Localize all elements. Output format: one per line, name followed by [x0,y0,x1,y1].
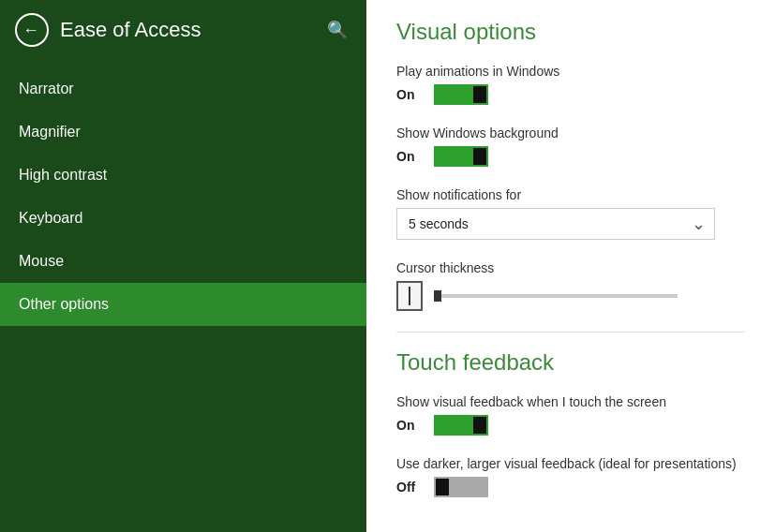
sidebar-item-mouse[interactable]: Mouse [0,240,366,283]
cursor-thickness-label: Cursor thickness [396,260,745,275]
show-feedback-state: On [396,418,423,433]
use-darker-group: Use darker, larger visual feedback (idea… [396,456,745,497]
sidebar: ← Ease of Access 🔍 NarratorMagnifierHigh… [0,0,366,532]
sidebar-title: Ease of Access [60,18,312,42]
show-background-state: On [396,149,423,164]
search-button[interactable]: 🔍 [323,16,351,44]
use-darker-label: Use darker, larger visual feedback (idea… [396,456,745,471]
show-feedback-group: Show visual feedback when I touch the sc… [396,394,745,436]
sidebar-item-high-contrast[interactable]: High contrast [0,154,366,197]
main-content: Visual options Play animations in Window… [366,0,775,532]
show-feedback-toggle[interactable] [434,415,488,436]
touch-feedback-title: Touch feedback [396,349,745,376]
play-animations-toggle-row: On [396,84,745,105]
show-feedback-label: Show visual feedback when I touch the sc… [396,394,745,409]
play-animations-toggle[interactable] [434,84,488,105]
sidebar-item-keyboard[interactable]: Keyboard [0,197,366,240]
notifications-dropdown[interactable]: 5 seconds 7 seconds 15 seconds 30 second… [396,208,715,240]
play-animations-label: Play animations in Windows [396,64,745,79]
toggle-knob-2 [473,148,486,165]
cursor-indicator [396,281,423,311]
search-icon: 🔍 [327,21,348,39]
play-animations-state: On [396,87,423,102]
nav-list: NarratorMagnifierHigh contrastKeyboardMo… [0,67,366,326]
show-background-label: Show Windows background [396,126,745,140]
show-background-toggle[interactable] [434,146,488,167]
use-darker-toggle-row: Off [396,477,745,497]
play-animations-group: Play animations in Windows On [396,64,745,105]
cursor-slider-track [434,294,678,298]
cursor-slider-row [396,281,745,311]
toggle-knob [473,86,486,103]
toggle-knob-4 [436,479,449,495]
notifications-dropdown-container: 5 seconds 7 seconds 15 seconds 30 second… [396,208,715,240]
notifications-label: Show notifications for [396,187,745,202]
sidebar-item-narrator[interactable]: Narrator [0,67,366,111]
show-feedback-toggle-row: On [396,415,745,436]
back-button[interactable]: ← [15,13,49,47]
use-darker-toggle[interactable] [434,477,488,497]
toggle-knob-3 [473,417,486,434]
visual-options-title: Visual options [396,19,745,45]
sidebar-item-magnifier[interactable]: Magnifier [0,111,366,154]
cursor-line [409,287,410,305]
show-background-toggle-row: On [396,146,745,167]
sidebar-header: ← Ease of Access 🔍 [0,0,366,60]
cursor-thickness-group: Cursor thickness [396,260,745,311]
section-divider [396,332,745,332]
use-darker-state: Off [396,480,423,495]
notifications-group: Show notifications for 5 seconds 7 secon… [396,187,745,240]
sidebar-item-other-options[interactable]: Other options [0,283,366,326]
show-background-group: Show Windows background On [396,126,745,167]
back-arrow-icon: ← [22,22,39,38]
